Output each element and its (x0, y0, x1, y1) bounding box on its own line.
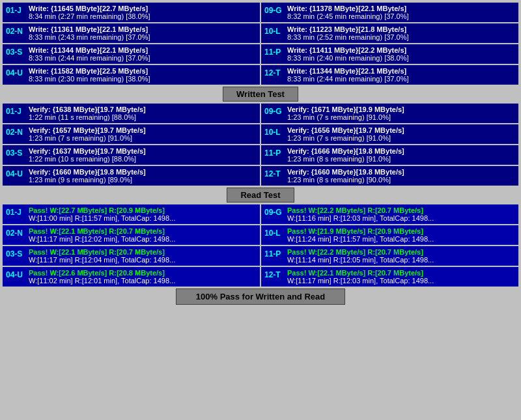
cell-line2: W:[11:24 min] R:[11:57 min], TotalCap: 1… (287, 235, 515, 243)
right-col: 09-GWrite: {11378 MByte}[22.1 MByte/s]8:… (261, 3, 518, 85)
verify-section: 01-JVerify: {1638 MByte}[19.7 MByte/s]1:… (3, 104, 518, 186)
device-id-label: 09-G (264, 105, 285, 116)
device-cell-02-n: 02-NVerify: {1657 MByte}[19.7 MByte/s]1:… (3, 124, 260, 144)
device-id-label: 10-L (264, 126, 285, 137)
cell-line2: 8:34 min (2:27 min remaining) [38.0%] (29, 12, 257, 20)
device-cell-02-n: 02-NPass! W:[22.1 MByte/s] R:[20.7 MByte… (3, 225, 260, 245)
cell-line1: Verify: {1666 MByte}[19.8 MByte/s] (287, 147, 515, 155)
cell-line1: Verify: {1660 MByte}[19.8 MByte/s] (287, 168, 515, 176)
cell-line1: Verify: {1660 MByte}[19.8 MByte/s] (29, 168, 257, 176)
write-section: 01-JWrite: {11645 MByte}[22.7 MByte/s]8:… (3, 3, 518, 85)
device-cell-10-l: 10-LPass! W:[21.9 MByte/s] R:[20.9 MByte… (261, 225, 518, 245)
cell-line2: W:[11:00 min] R:[11:57 min], TotalCap: 1… (29, 214, 257, 222)
cell-line1: Write: {11645 MByte}[22.7 MByte/s] (29, 5, 257, 12)
read-section: 01-JPass! W:[22.7 MByte/s] R:[20.9 MByte… (3, 204, 518, 287)
device-cell-02-n: 02-NWrite: {11361 MByte}[22.1 MByte/s]8:… (3, 23, 260, 43)
cell-line2: 1:22 min (10 s remaining) [88.0%] (29, 155, 257, 163)
cell-line1: Write: {11411 MByte}[22.2 MByte/s] (287, 46, 515, 54)
right-col: 09-GPass! W:[22.2 MByte/s] R:[20.7 MByte… (261, 204, 518, 287)
left-col: 01-JVerify: {1638 MByte}[19.7 MByte/s]1:… (3, 104, 260, 186)
device-id-label: 01-J (6, 105, 27, 116)
cell-line1: Pass! W:[22.2 MByte/s] R:[20.7 MByte/s] (287, 248, 515, 256)
device-id-label: 04-U (6, 269, 27, 279)
device-cell-11-p: 11-PPass! W:[22.2 MByte/s] R:[20.7 MByte… (261, 246, 518, 266)
device-cell-04-u: 04-UWrite: {11582 MByte}[22.5 MByte/s]8:… (3, 65, 260, 85)
device-id-label: 03-S (6, 46, 27, 57)
device-id-label: 12-T (264, 168, 285, 178)
device-cell-01-j: 01-JPass! W:[22.7 MByte/s] R:[20.9 MByte… (3, 204, 260, 224)
cell-line1: Pass! W:[22.6 MByte/s] R:[20.8 MByte/s] (29, 269, 257, 277)
cell-line1: Write: {11344 MByte}[22.1 MByte/s] (29, 46, 257, 54)
device-id-label: 12-T (264, 269, 285, 279)
device-id-label: 09-G (264, 206, 285, 217)
cell-line1: Write: {11344 MByte}[22.1 MByte/s] (287, 67, 515, 75)
device-id-label: 02-N (6, 25, 27, 36)
device-id-label: 11-P (264, 147, 285, 158)
cell-line1: Write: {11223 MByte}[21.8 MByte/s] (287, 25, 515, 33)
read-grid: 01-JPass! W:[22.7 MByte/s] R:[20.9 MByte… (3, 204, 518, 287)
device-id-label: 03-S (6, 147, 27, 158)
cell-line1: Pass! W:[22.7 MByte/s] R:[20.9 MByte/s] (29, 206, 257, 214)
cell-line2: 1:23 min (8 s remaining) [91.0%] (287, 155, 515, 163)
write-grid: 01-JWrite: {11645 MByte}[22.7 MByte/s]8:… (3, 3, 518, 85)
left-col: 01-JPass! W:[22.7 MByte/s] R:[20.9 MByte… (3, 204, 260, 287)
cell-line1: Write: {11378 MByte}[22.1 MByte/s] (287, 5, 515, 12)
cell-line1: Pass! W:[22.1 MByte/s] R:[20.7 MByte/s] (29, 248, 257, 256)
cell-line1: Pass! W:[21.9 MByte/s] R:[20.9 MByte/s] (287, 227, 515, 235)
cell-line2: 8:33 min (2:30 min remaining) [38.0%] (29, 75, 257, 83)
cell-line2: W:[11:02 min] R:[12:01 min], TotalCap: 1… (29, 277, 257, 285)
footer-label: 100% Pass for Written and Read (176, 288, 345, 305)
device-id-label: 04-U (6, 168, 27, 178)
cell-line2: 1:23 min (8 s remaining) [90.0%] (287, 176, 515, 184)
written-test-label: Written Test (223, 87, 298, 102)
device-cell-01-j: 01-JVerify: {1638 MByte}[19.7 MByte/s]1:… (3, 104, 260, 123)
cell-line1: Verify: {1638 MByte}[19.7 MByte/s] (29, 105, 257, 113)
verify-grid: 01-JVerify: {1638 MByte}[19.7 MByte/s]1:… (3, 104, 518, 186)
cell-line1: Verify: {1656 MByte}[19.7 MByte/s] (287, 126, 515, 134)
device-id-label: 10-L (264, 25, 285, 36)
cell-line2: 1:22 min (11 s remaining) [88.0%] (29, 113, 257, 121)
device-cell-03-s: 03-SWrite: {11344 MByte}[22.1 MByte/s]8:… (3, 44, 260, 64)
device-cell-04-u: 04-UPass! W:[22.6 MByte/s] R:[20.8 MByte… (3, 267, 260, 287)
device-id-label: 01-J (6, 206, 27, 217)
cell-line2: W:[11:14 min] R:[12:05 min], TotalCap: 1… (287, 256, 515, 264)
cell-line2: W:[11:17 min] R:[12:03 min], TotalCap: 1… (287, 277, 515, 285)
device-id-label: 11-P (264, 248, 285, 259)
device-id-label: 02-N (6, 227, 27, 238)
cell-line2: 8:33 min (2:44 min remaining) [37.0%] (287, 75, 515, 83)
device-id-label: 09-G (264, 5, 285, 15)
read-test-label: Read Test (227, 188, 294, 203)
cell-line1: Verify: {1671 MByte}[19.9 MByte/s] (287, 105, 515, 113)
device-cell-11-p: 11-PVerify: {1666 MByte}[19.8 MByte/s]1:… (261, 145, 518, 165)
written-test-label-row: Written Test (3, 87, 518, 102)
cell-line2: W:[11:16 min] R:[12:03 min], TotalCap: 1… (287, 214, 515, 222)
cell-line2: 8:33 min (2:40 min remaining) [38.0%] (287, 54, 515, 62)
device-id-label: 02-N (6, 126, 27, 137)
device-cell-12-t: 12-TPass! W:[22.1 MByte/s] R:[20.7 MByte… (261, 267, 518, 287)
cell-line1: Write: {11582 MByte}[22.5 MByte/s] (29, 67, 257, 75)
device-id-label: 12-T (264, 67, 285, 77)
device-id-label: 04-U (6, 67, 27, 77)
device-id-label: 11-P (264, 46, 285, 57)
right-col: 09-GVerify: {1671 MByte}[19.9 MByte/s]1:… (261, 104, 518, 186)
device-cell-03-s: 03-SPass! W:[22.1 MByte/s] R:[20.7 MByte… (3, 246, 260, 266)
device-cell-09-g: 09-GPass! W:[22.2 MByte/s] R:[20.7 MByte… (261, 204, 518, 224)
device-cell-09-g: 09-GWrite: {11378 MByte}[22.1 MByte/s]8:… (261, 3, 518, 22)
cell-line2: 1:23 min (9 s remaining) [89.0%] (29, 176, 257, 184)
left-col: 01-JWrite: {11645 MByte}[22.7 MByte/s]8:… (3, 3, 260, 85)
footer-row: 100% Pass for Written and Read (3, 288, 518, 305)
device-cell-01-j: 01-JWrite: {11645 MByte}[22.7 MByte/s]8:… (3, 3, 260, 22)
cell-line2: 8:33 min (2:52 min remaining) [37.0%] (287, 33, 515, 41)
cell-line1: Pass! W:[22.1 MByte/s] R:[20.7 MByte/s] (287, 269, 515, 277)
cell-line2: 8:33 min (2:44 min remaining) [37.0%] (29, 54, 257, 62)
device-cell-03-s: 03-SVerify: {1637 MByte}[19.7 MByte/s]1:… (3, 145, 260, 165)
device-id-label: 01-J (6, 5, 27, 15)
cell-line2: 1:23 min (7 s remaining) [91.0%] (287, 113, 515, 121)
cell-line1: Pass! W:[22.2 MByte/s] R:[20.7 MByte/s] (287, 206, 515, 214)
main-container: 01-JWrite: {11645 MByte}[22.7 MByte/s]8:… (0, 0, 521, 307)
cell-line2: 8:32 min (2:45 min remaining) [37.0%] (287, 12, 515, 20)
cell-line1: Verify: {1637 MByte}[19.7 MByte/s] (29, 147, 257, 155)
cell-line2: 8:33 min (2:43 min remaining) [37.0%] (29, 33, 257, 41)
cell-line1: Pass! W:[22.1 MByte/s] R:[20.7 MByte/s] (29, 227, 257, 235)
device-cell-04-u: 04-UVerify: {1660 MByte}[19.8 MByte/s]1:… (3, 166, 260, 186)
